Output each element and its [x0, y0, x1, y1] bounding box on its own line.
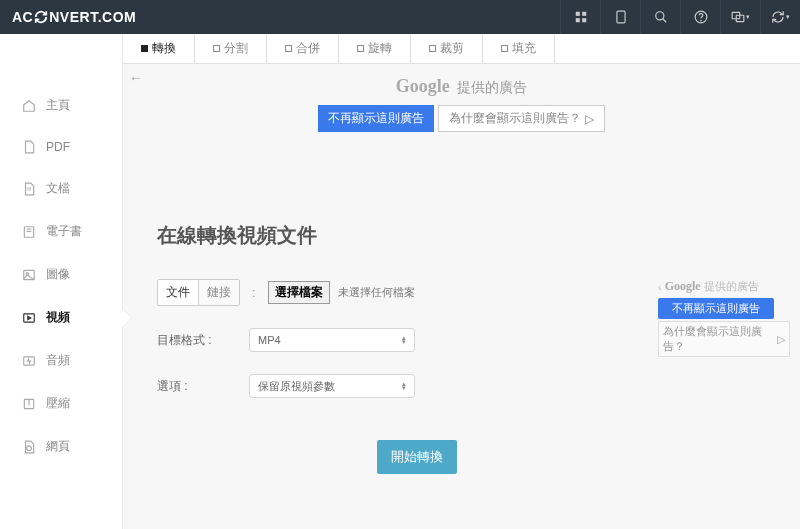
side-ad-suffix: 提供的廣告	[704, 279, 759, 294]
sidebar-item-ebook[interactable]: 電子書	[0, 210, 122, 253]
brand-post: NVERT.COM	[49, 9, 136, 25]
start-convert-button[interactable]: 開始轉換	[377, 440, 457, 474]
svg-rect-3	[582, 18, 586, 22]
sidebar-item-label: 壓縮	[46, 395, 70, 412]
square-icon	[429, 45, 436, 52]
refresh-logo-icon	[34, 10, 48, 24]
web-icon	[22, 440, 36, 454]
google-logo: Google	[396, 76, 450, 96]
google-logo-small: Google	[665, 279, 701, 294]
convert-form: 文件 鏈接 : 選擇檔案 未選擇任何檔案 目標格式 : MP4 ▴▾	[157, 279, 654, 474]
side-ad-hide-button[interactable]: 不再顯示這則廣告	[658, 298, 774, 319]
tab-pad[interactable]: 填充	[483, 34, 555, 63]
sidebar-item-label: 視頻	[46, 309, 70, 326]
square-icon	[141, 45, 148, 52]
source-tabs: 文件 鏈接	[157, 279, 240, 306]
svg-rect-1	[582, 12, 586, 16]
grid-icon[interactable]	[560, 0, 600, 34]
side-ad-header: ‹ Google 提供的廣告	[658, 279, 790, 294]
home-icon	[22, 99, 36, 113]
target-label: 目標格式	[157, 333, 205, 347]
tab-rotate[interactable]: 旋轉	[339, 34, 411, 63]
source-tab-url[interactable]: 鏈接	[199, 280, 239, 305]
page-title: 在線轉換視頻文件	[157, 222, 800, 249]
source-row: 文件 鏈接 : 選擇檔案 未選擇任何檔案	[157, 279, 654, 306]
tab-label: 合併	[296, 40, 320, 57]
ad-banner: Google 提供的廣告 不再顯示這則廣告 為什麼會顯示這則廣告？▷	[123, 76, 800, 132]
colon: :	[252, 285, 256, 300]
language-icon[interactable]: ▾	[720, 0, 760, 34]
square-icon	[285, 45, 292, 52]
book-icon	[22, 225, 36, 239]
square-icon	[501, 45, 508, 52]
sidebar-item-pdf[interactable]: PDF	[0, 127, 122, 167]
side-ad: ‹ Google 提供的廣告 不再顯示這則廣告 為什麼會顯示這則廣告？▷	[658, 279, 790, 474]
search-icon[interactable]	[640, 0, 680, 34]
side-ad-why-button[interactable]: 為什麼會顯示這則廣告？▷	[658, 321, 790, 357]
svg-point-6	[655, 12, 663, 20]
side-ad-why-label: 為什麼會顯示這則廣告？	[663, 324, 774, 354]
caret-icon: ▴▾	[402, 336, 406, 344]
brand-pre: AC	[12, 9, 33, 25]
sidebar-item-image[interactable]: 圖像	[0, 253, 122, 296]
svg-rect-4	[616, 11, 624, 23]
ad-why-label: 為什麼會顯示這則廣告？	[449, 110, 581, 127]
back-arrow-icon[interactable]: ←	[129, 70, 143, 86]
sidebar-item-label: 文檔	[46, 180, 70, 197]
ad-hide-button[interactable]: 不再顯示這則廣告	[318, 105, 434, 132]
source-tab-file[interactable]: 文件	[158, 280, 199, 305]
choose-file-button[interactable]: 選擇檔案	[268, 281, 330, 304]
tab-label: 分割	[224, 40, 248, 57]
image-icon	[22, 268, 36, 282]
caret-icon: ▴▾	[402, 382, 406, 390]
ad-why-button[interactable]: 為什麼會顯示這則廣告？▷	[438, 105, 605, 132]
sidebar-item-home[interactable]: 主頁	[0, 84, 122, 127]
sidebar: 主頁 PDF W文檔 電子書 圖像 視頻 音頻 壓縮 網頁	[0, 34, 122, 529]
tab-label: 旋轉	[368, 40, 392, 57]
doc-icon: W	[22, 182, 36, 196]
target-row: 目標格式 : MP4 ▴▾	[157, 328, 654, 352]
tab-label: 填充	[512, 40, 536, 57]
sidebar-item-label: PDF	[46, 140, 70, 154]
help-icon[interactable]	[680, 0, 720, 34]
tablet-icon[interactable]	[600, 0, 640, 34]
action-tabs: 轉換 分割 合併 旋轉 裁剪 填充	[123, 34, 800, 64]
tab-label: 轉換	[152, 40, 176, 57]
square-icon	[213, 45, 220, 52]
audio-icon	[22, 354, 36, 368]
refresh-icon[interactable]: ▾	[760, 0, 800, 34]
target-format-select[interactable]: MP4 ▴▾	[249, 328, 415, 352]
top-nav: AC NVERT.COM ▾ ▾	[0, 0, 800, 34]
svg-rect-0	[575, 12, 579, 16]
svg-line-7	[662, 19, 666, 23]
tab-label: 裁剪	[440, 40, 464, 57]
sidebar-item-label: 網頁	[46, 438, 70, 455]
chevron-left-icon[interactable]: ‹	[658, 281, 662, 293]
target-value: MP4	[258, 334, 281, 346]
sidebar-item-label: 電子書	[46, 223, 82, 240]
sidebar-item-label: 音頻	[46, 352, 70, 369]
sidebar-item-archive[interactable]: 壓縮	[0, 382, 122, 425]
sidebar-item-webpage[interactable]: 網頁	[0, 425, 122, 468]
sidebar-item-document[interactable]: W文檔	[0, 167, 122, 210]
tab-crop[interactable]: 裁剪	[411, 34, 483, 63]
sidebar-item-label: 主頁	[46, 97, 70, 114]
sidebar-item-audio[interactable]: 音頻	[0, 339, 122, 382]
tab-merge[interactable]: 合併	[267, 34, 339, 63]
archive-icon	[22, 397, 36, 411]
options-select[interactable]: 保留原視頻參數 ▴▾	[249, 374, 415, 398]
options-value: 保留原視頻參數	[258, 379, 335, 394]
sidebar-item-label: 圖像	[46, 266, 70, 283]
sidebar-item-video[interactable]: 視頻	[0, 296, 122, 339]
brand-logo[interactable]: AC NVERT.COM	[12, 9, 136, 25]
ad-suffix: 提供的廣告	[457, 79, 527, 95]
play-icon: ▷	[585, 112, 594, 126]
tab-convert[interactable]: 轉換	[123, 34, 195, 63]
tab-split[interactable]: 分割	[195, 34, 267, 63]
square-icon	[357, 45, 364, 52]
file-status: 未選擇任何檔案	[338, 285, 415, 300]
options-row: 選項 : 保留原視頻參數 ▴▾	[157, 374, 654, 398]
video-icon	[22, 311, 36, 325]
svg-rect-2	[575, 18, 579, 22]
options-label: 選項	[157, 379, 181, 393]
